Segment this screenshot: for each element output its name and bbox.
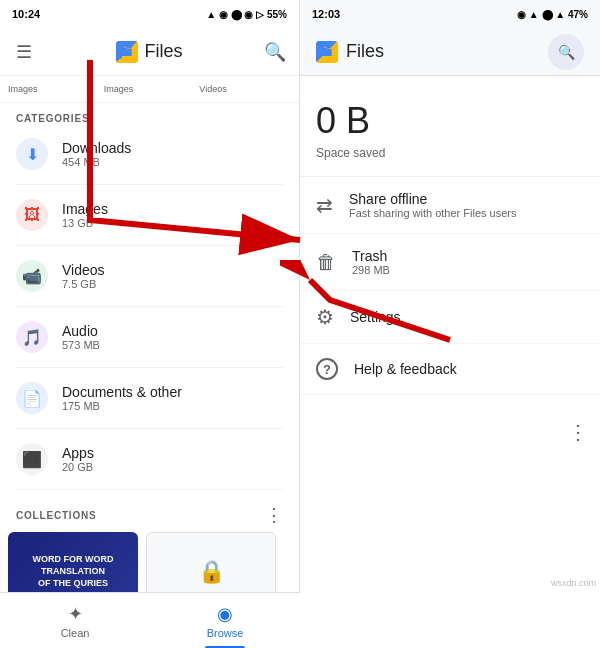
right-top-bar: Files 🔍 — [300, 28, 600, 76]
search-button-right[interactable]: 🔍 — [548, 34, 584, 70]
settings-icon: ⚙ — [316, 305, 334, 329]
list-item-apps[interactable]: ⬛ Apps 20 GB — [0, 433, 299, 485]
thumb-whatsapp-sub: Images — [104, 84, 196, 94]
space-label: Space saved — [316, 146, 584, 160]
browse-nav-icon: ◉ — [217, 603, 233, 625]
top-bar-left: ☰ Files 🔍 — [0, 28, 299, 76]
audio-icon: 🎵 — [16, 321, 48, 353]
categories-label: CATEGORIES — [0, 103, 299, 128]
clean-nav-icon: ✦ — [68, 603, 83, 625]
thumb-screenshots-sub: Images — [8, 84, 100, 94]
collections-label: COLLECTIONS — [16, 510, 265, 521]
browse-nav-label: Browse — [207, 627, 244, 639]
collections-more-icon[interactable]: ⋮ — [265, 504, 283, 526]
status-bar-left: 10:24 ▲ ◉ ⬤ ◉ ▷ 55% — [0, 0, 299, 28]
nav-clean[interactable]: ✦ Clean — [0, 593, 150, 648]
status-icons-right: ◉ ▲ ⬤ ▲ 47% — [517, 9, 588, 20]
thumb-inshot[interactable]: inshot Videos — [199, 84, 291, 94]
thumb-inshot-sub: Videos — [199, 84, 291, 94]
right-panel: 12:03 ◉ ▲ ⬤ ▲ 47% Files 🔍 0 B Space save… — [300, 0, 600, 648]
menu-share-offline[interactable]: ⇄ Share offline Fast sharing with other … — [300, 177, 600, 234]
thumb-whatsapp[interactable]: WhatsApp Imag... Images — [104, 84, 196, 94]
search-icon-right: 🔍 — [558, 44, 575, 60]
app-title-right: Files — [346, 41, 540, 62]
hamburger-button[interactable]: ☰ — [8, 36, 40, 68]
apps-icon: ⬛ — [16, 443, 48, 475]
time-left: 10:24 — [12, 8, 40, 20]
space-saved-section: 0 B Space saved — [300, 76, 600, 177]
downloads-icon: ⬇ — [16, 138, 48, 170]
nav-browse[interactable]: ◉ Browse — [150, 593, 300, 648]
menu-help-feedback[interactable]: ? Help & feedback — [300, 344, 600, 395]
thumb-screenshots[interactable]: Screenshots Images — [8, 84, 100, 94]
menu-settings[interactable]: ⚙ Settings — [300, 291, 600, 344]
list-item-audio[interactable]: 🎵 Audio 573 MB — [0, 311, 299, 363]
documents-icon: 📄 — [16, 382, 48, 414]
status-icons-left: ▲ ◉ ⬤ ◉ ▷ 55% — [206, 9, 287, 20]
trash-icon: 🗑 — [316, 251, 336, 274]
files-logo-left — [116, 41, 138, 63]
help-icon: ? — [316, 358, 338, 380]
list-item-documents[interactable]: 📄 Documents & other 175 MB — [0, 372, 299, 424]
clean-nav-label: Clean — [61, 627, 90, 639]
watermark: wsxdn.com — [551, 578, 596, 588]
overflow-menu-icon[interactable]: ⋮ — [568, 420, 588, 444]
left-scroll-area[interactable]: Screenshots Images WhatsApp Imag... Imag… — [0, 76, 299, 648]
collections-header: COLLECTIONS ⋮ — [0, 494, 299, 532]
app-title-left: Files — [48, 41, 251, 63]
space-bytes: 0 B — [316, 100, 584, 142]
share-offline-icon: ⇄ — [316, 193, 333, 217]
videos-icon: 📹 — [16, 260, 48, 292]
search-button-left[interactable]: 🔍 — [259, 36, 291, 68]
status-bar-right: 12:03 ◉ ▲ ⬤ ▲ 47% — [300, 0, 600, 28]
list-item-downloads[interactable]: ⬇ Downloads 454 MB — [0, 128, 299, 180]
list-item-videos[interactable]: 📹 Videos 7.5 GB — [0, 250, 299, 302]
left-panel: 10:24 ▲ ◉ ⬤ ◉ ▷ 55% ☰ Files 🔍 Screenshot… — [0, 0, 300, 648]
time-right: 12:03 — [312, 8, 340, 20]
list-item-images[interactable]: 🖼 Images 13 GB — [0, 189, 299, 241]
bottom-nav: ✦ Clean ◉ Browse — [0, 592, 300, 648]
images-icon: 🖼 — [16, 199, 48, 231]
files-logo-right — [316, 41, 338, 63]
recent-row: Screenshots Images WhatsApp Imag... Imag… — [0, 76, 299, 103]
menu-trash[interactable]: 🗑 Trash 298 MB — [300, 234, 600, 291]
